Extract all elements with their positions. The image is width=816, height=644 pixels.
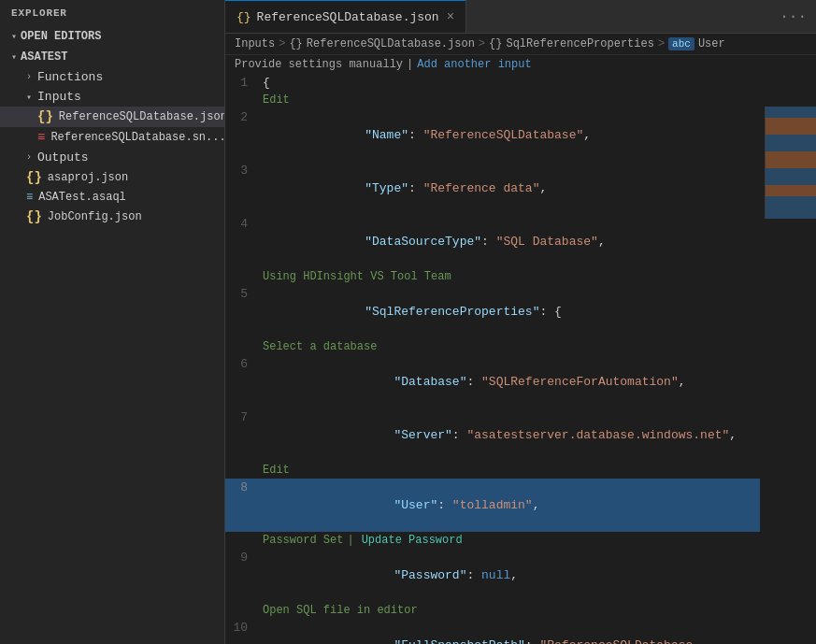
breadcrumb: Inputs > {} ReferenceSQLDatabase.json > … bbox=[225, 34, 816, 55]
open-editors-label: OPEN EDITORS bbox=[21, 30, 101, 43]
line-num-6: 6 bbox=[225, 355, 263, 373]
line-num-4: 4 bbox=[225, 215, 263, 233]
sidebar-item-jobconfig[interactable]: {} JobConfig.json bbox=[0, 207, 224, 227]
line-content-7: "Server": "asatestserver.database.window… bbox=[263, 408, 760, 462]
colon-brace-5: : { bbox=[539, 305, 561, 319]
comma-4: , bbox=[598, 235, 606, 249]
val-Type: "Reference data" bbox=[423, 181, 540, 195]
colon-4: : bbox=[481, 235, 496, 249]
line-num-8: 8 bbox=[225, 479, 263, 496]
comma-2: , bbox=[583, 128, 591, 142]
inline-action-sep: | bbox=[407, 58, 413, 71]
update-password-link[interactable]: Update Password bbox=[362, 532, 463, 549]
annotation-select-db: Select a database bbox=[225, 338, 760, 355]
annotation-open-sql-text: Open SQL file in editor bbox=[263, 602, 418, 619]
annotation-password-text: Password Set bbox=[263, 532, 343, 549]
jobconfig-label: JobConfig.json bbox=[48, 210, 142, 223]
comma-6: , bbox=[679, 375, 686, 389]
asaproj-json-icon: {} bbox=[26, 170, 42, 185]
asaql-icon: ≡ bbox=[26, 191, 33, 204]
annotation-select-db-text: Select a database bbox=[263, 338, 377, 355]
sidebar-item-asaproj[interactable]: {} asaproj.json bbox=[0, 167, 224, 188]
line-content-6: "Database": "SQLReferenceForAutomation", bbox=[263, 355, 760, 408]
sidebar-item-refsqldb-json[interactable]: {} ReferenceSQLDatabase.json bbox=[0, 107, 224, 127]
colon-7: : bbox=[452, 428, 467, 442]
refsqldb-json-label: ReferenceSQLDatabase.json bbox=[59, 110, 224, 123]
val-Database: "SQLReferenceForAutomation" bbox=[481, 375, 679, 389]
annotation-edit-2: Edit bbox=[225, 462, 760, 479]
tab-bar: {} ReferenceSQLDatabase.json × ··· bbox=[225, 0, 816, 34]
sidebar-item-refsqldb-snap[interactable]: ≡ ReferenceSQLDatabase.sn... bbox=[0, 127, 224, 148]
bc-last: User bbox=[698, 37, 725, 50]
code-line-2: 2 "Name": "ReferenceSQLDatabase", bbox=[225, 108, 760, 162]
outputs-label: Outputs bbox=[37, 150, 89, 165]
open-editors-chevron: ▾ bbox=[11, 31, 17, 42]
key-FullSnapshotPath: "FullSnapshotPath" bbox=[336, 638, 525, 644]
code-line-7: 7 "Server": "asatestserver.database.wind… bbox=[225, 408, 760, 462]
comma-3: , bbox=[539, 181, 547, 195]
bc-icon2: {} bbox=[489, 37, 502, 50]
comma-7: , bbox=[729, 428, 737, 442]
code-line-9: 9 "Password": null, bbox=[225, 549, 760, 602]
sidebar-item-outputs[interactable]: › Outputs bbox=[0, 148, 224, 167]
explorer-header: EXPLORER bbox=[0, 0, 224, 26]
line-content-3: "Type": "Reference data", bbox=[263, 162, 760, 215]
line-content-10: "FullSnapshotPath": "ReferenceSQLDatabas… bbox=[263, 619, 760, 644]
tab-close-button[interactable]: × bbox=[447, 9, 454, 24]
add-another-input-link[interactable]: Add another input bbox=[417, 58, 531, 71]
bc-sep3: > bbox=[658, 37, 665, 50]
json-icon: {} bbox=[37, 109, 53, 124]
code-line-1: 1 { bbox=[225, 74, 760, 92]
jobconfig-json-icon: {} bbox=[26, 209, 42, 224]
snap-icon: ≡ bbox=[37, 130, 45, 145]
colon-6: : bbox=[466, 375, 481, 389]
colon-2: : bbox=[408, 128, 423, 142]
sidebar-item-functions[interactable]: › Functions bbox=[0, 67, 224, 87]
colon-3: : bbox=[408, 181, 423, 195]
bc-sep2: > bbox=[479, 37, 485, 50]
ann-sep: | bbox=[347, 532, 353, 549]
key-DataSourceType: "DataSourceType" bbox=[336, 235, 481, 249]
main-editor-area: {} ReferenceSQLDatabase.json × ··· Input… bbox=[225, 0, 816, 644]
sidebar-item-asaql[interactable]: ≡ ASATest.asaql bbox=[0, 188, 224, 207]
val-FullSnapshotPath: "ReferenceSQLDatabase. bbox=[539, 638, 700, 644]
line-content-1: { bbox=[263, 74, 760, 92]
annotation-open-sql: Open SQL file in editor bbox=[225, 602, 760, 619]
code-line-10: 10 "FullSnapshotPath": "ReferenceSQLData… bbox=[225, 619, 760, 644]
key-SqlReferenceProperties: "SqlReferenceProperties" bbox=[336, 305, 539, 319]
asaql-label: ASATest.asaql bbox=[38, 191, 126, 204]
asatest-chevron: ▾ bbox=[11, 51, 17, 63]
line-num-10: 10 bbox=[225, 619, 263, 637]
line-content-9: "Password": null, bbox=[263, 549, 760, 602]
line-num-2: 2 bbox=[225, 108, 263, 126]
key-Name: "Name" bbox=[336, 128, 408, 142]
val-Server: "asatestserver.database.windows.net" bbox=[466, 428, 729, 442]
comma-8: , bbox=[533, 498, 540, 512]
inline-actions-bar: Provide settings manually | Add another … bbox=[225, 55, 816, 74]
inputs-label: Inputs bbox=[37, 90, 81, 104]
code-area: 1 { Edit 2 "Name": "ReferenceSQLDatabase… bbox=[225, 74, 816, 644]
bc-property: SqlReferenceProperties bbox=[506, 37, 653, 50]
comma-9: , bbox=[510, 568, 518, 582]
tab-more-button[interactable]: ··· bbox=[770, 8, 816, 25]
bc-file: ReferenceSQLDatabase.json bbox=[307, 37, 475, 50]
sidebar-item-inputs[interactable]: ▾ Inputs bbox=[0, 87, 224, 107]
asatest-section[interactable]: ▾ ASATEST bbox=[0, 47, 224, 67]
key-Server: "Server" bbox=[336, 428, 452, 442]
bc-icon3: abc bbox=[668, 37, 694, 50]
line-content-8: "User": "tolladmin", bbox=[263, 479, 760, 532]
key-Type: "Type" bbox=[336, 181, 408, 195]
tab-refsqldb[interactable]: {} ReferenceSQLDatabase.json × bbox=[225, 0, 466, 33]
asaproj-label: asaproj.json bbox=[48, 171, 128, 184]
open-editors-section[interactable]: ▾ OPEN EDITORS bbox=[0, 26, 224, 47]
colon-8: : bbox=[437, 498, 452, 512]
val-User: "tolladmin" bbox=[452, 498, 533, 512]
editor[interactable]: 1 { Edit 2 "Name": "ReferenceSQLDatabase… bbox=[225, 74, 816, 644]
colon-10: : bbox=[525, 638, 540, 644]
minimap bbox=[765, 107, 816, 219]
code-line-8: 8 "User": "tolladmin", bbox=[225, 479, 760, 532]
sidebar: EXPLORER ▾ OPEN EDITORS ▾ ASATEST › Func… bbox=[0, 0, 225, 644]
val-Name: "ReferenceSQLDatabase" bbox=[423, 128, 584, 142]
line-content-5: "SqlReferenceProperties": { bbox=[263, 285, 760, 338]
key-Database: "Database" bbox=[336, 375, 466, 389]
